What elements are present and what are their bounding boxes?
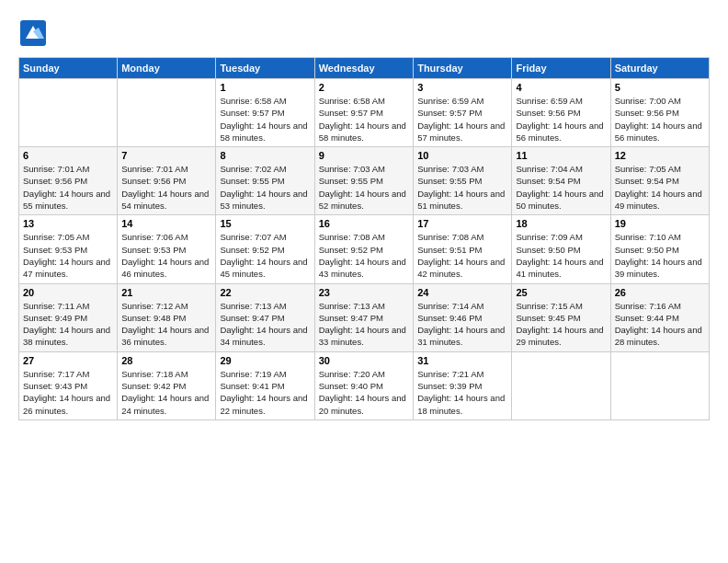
day-number: 17 bbox=[417, 218, 507, 229]
calendar-cell: 27Sunrise: 7:17 AM Sunset: 9:43 PM Dayli… bbox=[19, 351, 118, 419]
calendar-cell: 28Sunrise: 7:18 AM Sunset: 9:42 PM Dayli… bbox=[118, 351, 216, 419]
day-info: Sunrise: 6:59 AM Sunset: 9:56 PM Dayligh… bbox=[516, 95, 606, 144]
day-info: Sunrise: 7:05 AM Sunset: 9:53 PM Dayligh… bbox=[23, 231, 113, 280]
calendar-week-row: 1Sunrise: 6:58 AM Sunset: 9:57 PM Daylig… bbox=[19, 79, 710, 147]
calendar-cell: 10Sunrise: 7:03 AM Sunset: 9:55 PM Dayli… bbox=[414, 147, 512, 215]
day-info: Sunrise: 6:58 AM Sunset: 9:57 PM Dayligh… bbox=[319, 95, 409, 144]
calendar-cell: 31Sunrise: 7:21 AM Sunset: 9:39 PM Dayli… bbox=[414, 351, 512, 419]
day-info: Sunrise: 7:12 AM Sunset: 9:48 PM Dayligh… bbox=[121, 300, 211, 349]
calendar-cell: 5Sunrise: 7:00 AM Sunset: 9:56 PM Daylig… bbox=[610, 79, 709, 147]
day-number: 8 bbox=[220, 150, 310, 161]
calendar-header-sunday: Sunday bbox=[19, 58, 118, 79]
calendar-header-row: SundayMondayTuesdayWednesdayThursdayFrid… bbox=[19, 58, 710, 79]
day-number: 22 bbox=[220, 287, 310, 298]
calendar-header-friday: Friday bbox=[512, 58, 610, 79]
day-number: 5 bbox=[615, 82, 705, 93]
day-info: Sunrise: 7:01 AM Sunset: 9:56 PM Dayligh… bbox=[121, 163, 211, 212]
calendar-week-row: 27Sunrise: 7:17 AM Sunset: 9:43 PM Dayli… bbox=[19, 351, 710, 419]
calendar-cell: 7Sunrise: 7:01 AM Sunset: 9:56 PM Daylig… bbox=[118, 147, 216, 215]
calendar-cell bbox=[610, 351, 709, 419]
calendar-header-thursday: Thursday bbox=[414, 58, 512, 79]
day-number: 9 bbox=[319, 150, 409, 161]
day-info: Sunrise: 7:08 AM Sunset: 9:51 PM Dayligh… bbox=[417, 231, 507, 280]
day-number: 26 bbox=[615, 287, 705, 298]
calendar-week-row: 13Sunrise: 7:05 AM Sunset: 9:53 PM Dayli… bbox=[19, 215, 710, 283]
day-info: Sunrise: 7:19 AM Sunset: 9:41 PM Dayligh… bbox=[220, 368, 310, 417]
day-info: Sunrise: 7:00 AM Sunset: 9:56 PM Dayligh… bbox=[615, 95, 705, 144]
day-number: 29 bbox=[220, 355, 310, 366]
day-number: 18 bbox=[516, 218, 606, 229]
day-info: Sunrise: 7:11 AM Sunset: 9:49 PM Dayligh… bbox=[23, 300, 113, 349]
calendar-table: SundayMondayTuesdayWednesdayThursdayFrid… bbox=[18, 57, 710, 420]
day-number: 2 bbox=[319, 82, 409, 93]
calendar-cell: 23Sunrise: 7:13 AM Sunset: 9:47 PM Dayli… bbox=[314, 283, 413, 351]
day-info: Sunrise: 7:13 AM Sunset: 9:47 PM Dayligh… bbox=[319, 300, 409, 349]
day-info: Sunrise: 7:03 AM Sunset: 9:55 PM Dayligh… bbox=[417, 163, 507, 212]
calendar-cell: 19Sunrise: 7:10 AM Sunset: 9:50 PM Dayli… bbox=[610, 215, 709, 283]
day-info: Sunrise: 7:01 AM Sunset: 9:56 PM Dayligh… bbox=[23, 163, 113, 212]
day-info: Sunrise: 7:07 AM Sunset: 9:52 PM Dayligh… bbox=[220, 231, 310, 280]
calendar-cell: 17Sunrise: 7:08 AM Sunset: 9:51 PM Dayli… bbox=[414, 215, 512, 283]
calendar-cell: 11Sunrise: 7:04 AM Sunset: 9:54 PM Dayli… bbox=[512, 147, 610, 215]
calendar-cell: 30Sunrise: 7:20 AM Sunset: 9:40 PM Dayli… bbox=[314, 351, 413, 419]
calendar-cell: 18Sunrise: 7:09 AM Sunset: 9:50 PM Dayli… bbox=[512, 215, 610, 283]
calendar-cell: 6Sunrise: 7:01 AM Sunset: 9:56 PM Daylig… bbox=[19, 147, 118, 215]
day-info: Sunrise: 7:09 AM Sunset: 9:50 PM Dayligh… bbox=[516, 231, 606, 280]
day-info: Sunrise: 6:58 AM Sunset: 9:57 PM Dayligh… bbox=[220, 95, 310, 144]
day-number: 25 bbox=[516, 287, 606, 298]
day-number: 6 bbox=[23, 150, 113, 161]
calendar-cell: 4Sunrise: 6:59 AM Sunset: 9:56 PM Daylig… bbox=[512, 79, 610, 147]
calendar-cell: 9Sunrise: 7:03 AM Sunset: 9:55 PM Daylig… bbox=[314, 147, 413, 215]
day-number: 7 bbox=[121, 150, 211, 161]
calendar-cell: 20Sunrise: 7:11 AM Sunset: 9:49 PM Dayli… bbox=[19, 283, 118, 351]
calendar-cell: 22Sunrise: 7:13 AM Sunset: 9:47 PM Dayli… bbox=[216, 283, 314, 351]
day-number: 11 bbox=[516, 150, 606, 161]
day-number: 30 bbox=[319, 355, 409, 366]
day-number: 14 bbox=[121, 218, 211, 229]
day-info: Sunrise: 7:14 AM Sunset: 9:46 PM Dayligh… bbox=[417, 300, 507, 349]
calendar-header-saturday: Saturday bbox=[610, 58, 709, 79]
day-number: 23 bbox=[319, 287, 409, 298]
day-number: 28 bbox=[121, 355, 211, 366]
calendar-week-row: 6Sunrise: 7:01 AM Sunset: 9:56 PM Daylig… bbox=[19, 147, 710, 215]
day-info: Sunrise: 7:17 AM Sunset: 9:43 PM Dayligh… bbox=[23, 368, 113, 417]
calendar-cell: 21Sunrise: 7:12 AM Sunset: 9:48 PM Dayli… bbox=[118, 283, 216, 351]
calendar-cell: 16Sunrise: 7:08 AM Sunset: 9:52 PM Dayli… bbox=[314, 215, 413, 283]
day-info: Sunrise: 7:13 AM Sunset: 9:47 PM Dayligh… bbox=[220, 300, 310, 349]
calendar-header-wednesday: Wednesday bbox=[314, 58, 413, 79]
day-number: 27 bbox=[23, 355, 113, 366]
logo-icon bbox=[18, 18, 48, 48]
calendar-cell: 25Sunrise: 7:15 AM Sunset: 9:45 PM Dayli… bbox=[512, 283, 610, 351]
day-number: 13 bbox=[23, 218, 113, 229]
calendar-cell: 24Sunrise: 7:14 AM Sunset: 9:46 PM Dayli… bbox=[414, 283, 512, 351]
calendar-cell: 14Sunrise: 7:06 AM Sunset: 9:53 PM Dayli… bbox=[118, 215, 216, 283]
day-info: Sunrise: 7:04 AM Sunset: 9:54 PM Dayligh… bbox=[516, 163, 606, 212]
day-info: Sunrise: 7:18 AM Sunset: 9:42 PM Dayligh… bbox=[121, 368, 211, 417]
calendar-cell: 2Sunrise: 6:58 AM Sunset: 9:57 PM Daylig… bbox=[314, 79, 413, 147]
day-info: Sunrise: 7:21 AM Sunset: 9:39 PM Dayligh… bbox=[417, 368, 507, 417]
calendar-cell: 26Sunrise: 7:16 AM Sunset: 9:44 PM Dayli… bbox=[610, 283, 709, 351]
day-number: 20 bbox=[23, 287, 113, 298]
page-header bbox=[18, 18, 710, 48]
day-number: 19 bbox=[615, 218, 705, 229]
day-number: 31 bbox=[417, 355, 507, 366]
day-info: Sunrise: 7:16 AM Sunset: 9:44 PM Dayligh… bbox=[615, 300, 705, 349]
calendar-header-monday: Monday bbox=[118, 58, 216, 79]
day-info: Sunrise: 7:02 AM Sunset: 9:55 PM Dayligh… bbox=[220, 163, 310, 212]
day-info: Sunrise: 7:03 AM Sunset: 9:55 PM Dayligh… bbox=[319, 163, 409, 212]
calendar-cell: 13Sunrise: 7:05 AM Sunset: 9:53 PM Dayli… bbox=[19, 215, 118, 283]
day-info: Sunrise: 6:59 AM Sunset: 9:57 PM Dayligh… bbox=[417, 95, 507, 144]
day-number: 4 bbox=[516, 82, 606, 93]
day-info: Sunrise: 7:20 AM Sunset: 9:40 PM Dayligh… bbox=[319, 368, 409, 417]
day-number: 24 bbox=[417, 287, 507, 298]
day-number: 15 bbox=[220, 218, 310, 229]
day-number: 21 bbox=[121, 287, 211, 298]
day-info: Sunrise: 7:08 AM Sunset: 9:52 PM Dayligh… bbox=[319, 231, 409, 280]
calendar-cell bbox=[19, 79, 118, 147]
calendar-cell: 12Sunrise: 7:05 AM Sunset: 9:54 PM Dayli… bbox=[610, 147, 709, 215]
calendar-cell: 29Sunrise: 7:19 AM Sunset: 9:41 PM Dayli… bbox=[216, 351, 314, 419]
logo bbox=[18, 18, 51, 48]
calendar-header-tuesday: Tuesday bbox=[216, 58, 314, 79]
day-number: 16 bbox=[319, 218, 409, 229]
day-number: 1 bbox=[220, 82, 310, 93]
